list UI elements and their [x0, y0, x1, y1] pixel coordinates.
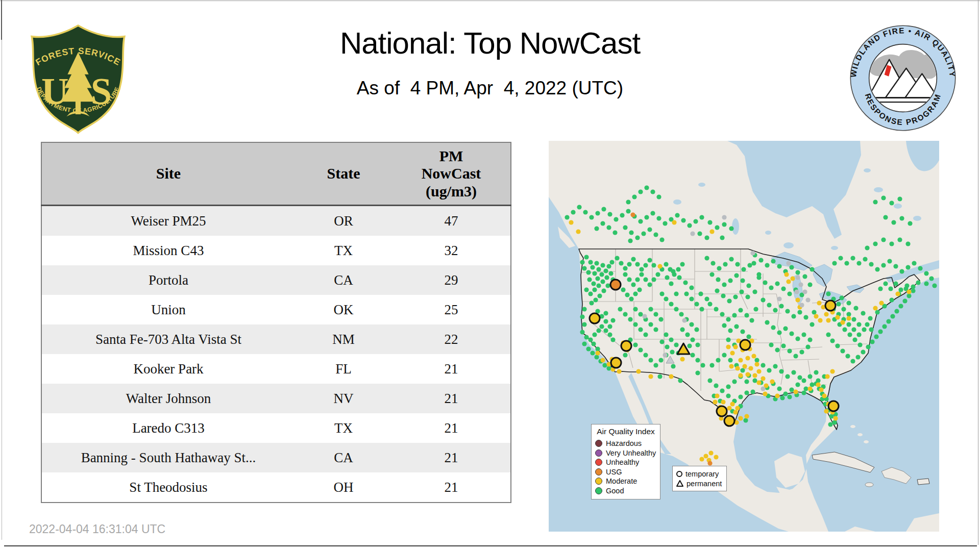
- good-monitor-dot: [594, 261, 599, 265]
- good-monitor-dot: [591, 341, 596, 346]
- good-monitor-dot: [593, 297, 598, 302]
- good-monitor-dot: [810, 382, 814, 387]
- good-monitor-dot: [592, 271, 597, 276]
- good-monitor-dot: [789, 331, 794, 336]
- good-monitor-dot: [626, 209, 630, 213]
- moderate-monitor-dot: [756, 369, 761, 373]
- good-monitor-dot: [655, 272, 660, 277]
- moderate-monitor-dot: [708, 450, 713, 455]
- permanent-triangle-icon: [676, 480, 683, 487]
- good-monitor-dot: [679, 312, 683, 316]
- good-monitor-dot: [588, 260, 593, 264]
- site-cell: Santa Fe-703 Alta Vista St: [41, 324, 295, 354]
- gray-monitor-dot: [761, 386, 765, 391]
- good-monitor-dot: [582, 341, 586, 346]
- good-monitor-dot: [681, 218, 685, 222]
- top-site-marker: [610, 280, 621, 290]
- usg-monitor-dot: [707, 461, 712, 465]
- good-monitor-dot: [912, 261, 916, 265]
- good-monitor-dot: [694, 327, 699, 332]
- good-monitor-dot: [626, 199, 630, 204]
- good-monitor-dot: [787, 291, 792, 296]
- gray-monitor-dot: [777, 296, 781, 301]
- good-monitor-dot: [906, 293, 911, 298]
- good-monitor-dot: [603, 268, 608, 273]
- good-monitor-dot: [840, 348, 845, 353]
- good-monitor-dot: [749, 318, 754, 322]
- good-monitor-dot: [633, 307, 638, 311]
- good-monitor-dot: [680, 327, 684, 332]
- good-monitor-dot: [594, 226, 599, 231]
- top-site-marker: [724, 416, 734, 426]
- good-monitor-dot: [773, 308, 777, 312]
- good-monitor-dot: [669, 281, 673, 286]
- state-cell: TX: [295, 236, 392, 265]
- good-monitor-dot: [685, 332, 690, 337]
- pm-header-line1: PM: [439, 147, 463, 164]
- good-monitor-dot: [707, 220, 712, 224]
- good-monitor-dot: [582, 322, 586, 327]
- moderate-monitor-dot: [763, 391, 767, 396]
- table-row: PortolaCA29: [41, 265, 511, 295]
- good-monitor-dot: [911, 284, 915, 289]
- aqi-legend-title: Air Quality Index: [595, 427, 656, 436]
- good-monitor-dot: [869, 327, 873, 332]
- good-monitor-dot: [610, 337, 615, 342]
- good-monitor-dot: [715, 288, 719, 293]
- good-monitor-dot: [716, 277, 720, 282]
- good-monitor-dot: [720, 235, 724, 240]
- good-monitor-dot: [641, 231, 646, 236]
- good-monitor-dot: [863, 257, 867, 261]
- good-monitor-dot: [675, 213, 679, 217]
- good-monitor-dot: [814, 370, 818, 374]
- gray-monitor-dot: [795, 275, 800, 280]
- good-monitor-dot: [732, 379, 737, 384]
- moderate-monitor-dot: [793, 389, 798, 394]
- aqi-legend-label: Moderate: [606, 477, 637, 485]
- temporary-legend-row: temporary: [676, 469, 723, 479]
- site-cell: Kooker Park: [41, 354, 295, 384]
- good-monitor-dot: [916, 280, 920, 285]
- moderate-monitor-dot: [830, 369, 835, 373]
- top-site-marker: [825, 300, 836, 311]
- aqi-legend-label: Very Unhealthy: [606, 449, 656, 457]
- moderate-monitor-dot: [906, 289, 911, 294]
- good-monitor-dot: [674, 342, 678, 347]
- good-monitor-dot: [650, 189, 655, 194]
- good-monitor-dot: [852, 337, 857, 342]
- good-monitor-dot: [781, 286, 786, 291]
- good-monitor-dot: [653, 232, 658, 237]
- good-monitor-dot: [704, 235, 709, 240]
- good-monitor-dot: [586, 270, 591, 274]
- value-cell: 21: [392, 384, 511, 413]
- good-monitor-dot: [707, 378, 712, 383]
- good-monitor-dot: [693, 219, 698, 223]
- good-monitor-dot: [603, 319, 608, 323]
- good-monitor-dot: [779, 369, 783, 373]
- good-monitor-dot: [643, 263, 648, 267]
- good-monitor-dot: [807, 374, 812, 379]
- good-monitor-dot: [588, 337, 593, 342]
- column-header-pm-nowcast: PM NowCast (ug/m3): [392, 142, 511, 206]
- page-subtitle: As of 4 PM, Apr 4, 2022 (UTC): [0, 78, 980, 99]
- good-monitor-dot: [704, 256, 709, 260]
- good-monitor-dot: [584, 287, 589, 292]
- good-monitor-dot: [621, 287, 625, 292]
- good-monitor-dot: [628, 317, 632, 321]
- good-monitor-dot: [771, 259, 775, 263]
- site-cell: Laredo C313: [41, 413, 295, 443]
- slide-border-bottom: [4, 545, 977, 546]
- good-monitor-dot: [753, 307, 758, 311]
- moderate-monitor-dot: [744, 414, 749, 418]
- aqi-legend-item: Very Unhealthy: [595, 448, 656, 458]
- good-monitor-dot: [676, 267, 680, 271]
- moderate-monitor-dot: [680, 357, 684, 361]
- good-monitor-dot: [651, 277, 656, 282]
- top-site-marker: [740, 340, 750, 350]
- good-monitor-dot: [721, 293, 725, 298]
- top-site-marker: [717, 406, 727, 416]
- value-cell: 25: [392, 295, 511, 324]
- good-monitor-dot: [720, 388, 724, 393]
- moderate-monitor-dot: [745, 372, 750, 377]
- moderate-monitor-dot: [672, 220, 676, 224]
